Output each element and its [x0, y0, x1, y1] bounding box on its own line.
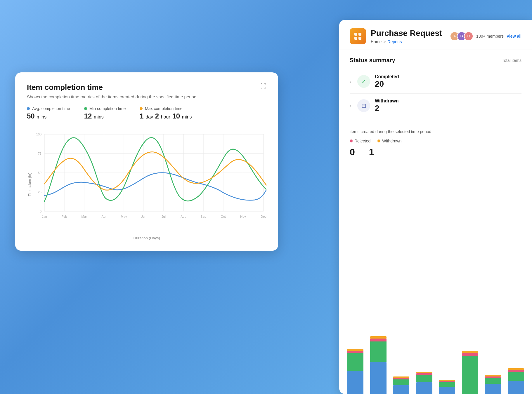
panel-header: Purchase Request Home > Reports A B C 13…: [339, 20, 532, 50]
svg-text:Jan: Jan: [42, 215, 47, 218]
svg-text:25: 25: [38, 190, 41, 194]
metric-max-legend: Max completion time: [140, 106, 192, 111]
main-card: Item completion time ⛶ Shows the complet…: [15, 72, 278, 251]
counts-row: 0 1: [350, 147, 521, 158]
chart-area: 100 75 50 25 0 Jan Feb Mar Apr May Jun J…: [27, 128, 266, 233]
min-value: 12 mins: [84, 112, 126, 120]
avatar-3: C: [464, 32, 473, 41]
svg-rect-3: [358, 37, 361, 40]
bar-chart-section: [339, 324, 532, 394]
app-icon: [350, 28, 366, 44]
breadcrumb-home[interactable]: Home: [371, 39, 382, 44]
withdrawn-count-item: 1: [369, 147, 374, 158]
completed-info: Completed 20: [375, 74, 521, 89]
completed-label: Completed: [375, 74, 521, 79]
avg-label: Avg. completion time: [32, 106, 70, 111]
status-summary-title: Status summary: [350, 57, 395, 64]
svg-text:Mar: Mar: [82, 215, 87, 218]
completed-icon: ✓: [357, 75, 370, 88]
total-items-label: Total items: [502, 58, 521, 63]
bar-group-7: [483, 375, 503, 394]
withdrawn-legend-label: Withdrawn: [382, 139, 401, 143]
chart-svg: 100 75 50 25 0 Jan Feb Mar Apr May Jun J…: [27, 128, 266, 233]
svg-rect-0: [354, 33, 357, 36]
status-row-withdrawn[interactable]: › ⊟ Withdrawn 2: [350, 94, 521, 118]
min-label: Min completion time: [89, 106, 126, 111]
breadcrumb: Home > Reports: [371, 39, 445, 44]
metrics-row: Avg. completion time 50 mins Min complet…: [27, 106, 266, 120]
rejected-value: 0: [350, 147, 355, 158]
legend-rejected: Rejected: [350, 139, 370, 143]
svg-text:Jun: Jun: [141, 215, 146, 218]
members-section: A B C 130+ members View all: [450, 32, 521, 41]
rejected-count-item: 0: [350, 147, 355, 158]
svg-rect-2: [354, 37, 357, 40]
metric-min: Min completion time 12 mins: [84, 106, 126, 120]
items-legend-row: Rejected Withdrawn: [350, 139, 521, 143]
bar-group-1: [345, 349, 366, 394]
card-title: Item completion time: [27, 83, 103, 92]
metric-avg: Avg. completion time 50 mins: [27, 106, 70, 120]
svg-text:0: 0: [40, 210, 41, 213]
chevron-right-icon-2: ›: [350, 103, 351, 109]
items-created-section: items created during the selected time p…: [339, 125, 532, 162]
metric-avg-legend: Avg. completion time: [27, 106, 70, 111]
svg-text:Apr: Apr: [101, 215, 106, 218]
bar-group-8: [506, 368, 526, 394]
withdrawn-info: Withdrawn 2: [375, 98, 521, 113]
expand-icon[interactable]: ⛶: [261, 83, 266, 90]
status-row-completed[interactable]: › ✓ Completed 20: [350, 69, 521, 94]
items-created-desc: items created during the selected time p…: [350, 129, 521, 134]
breadcrumb-separator: >: [383, 39, 386, 44]
svg-text:Jul: Jul: [162, 215, 166, 218]
bar-group-4: [414, 372, 435, 394]
view-all-button[interactable]: View all: [507, 34, 521, 39]
bar-group-5: [437, 380, 458, 394]
svg-text:Aug: Aug: [181, 215, 186, 218]
svg-text:50: 50: [38, 171, 41, 175]
x-axis-label: Duration (Days): [27, 236, 266, 240]
svg-text:Dec: Dec: [261, 215, 266, 218]
legend-withdrawn: Withdrawn: [377, 139, 401, 143]
members-count: 130+ members: [476, 34, 504, 39]
bar-group-2: [368, 336, 389, 394]
svg-text:May: May: [121, 215, 127, 218]
withdrawn-dot: [377, 140, 380, 142]
chart-container: Time taken (hr): [27, 128, 266, 240]
svg-text:100: 100: [36, 133, 41, 136]
status-summary-section: Status summary Total items › ✓ Completed…: [339, 50, 532, 125]
bar-group-6: [460, 351, 481, 394]
avg-dot: [27, 107, 30, 110]
max-label: Max completion time: [145, 106, 182, 111]
member-avatars: A B C: [450, 32, 473, 41]
max-value: 1 day 2 hour 10 mins: [140, 112, 192, 120]
bar-group-3: [391, 376, 412, 394]
max-dot: [140, 107, 143, 110]
metric-min-legend: Min completion time: [84, 106, 126, 111]
svg-text:Sep: Sep: [200, 215, 206, 218]
breadcrumb-current: Reports: [388, 39, 402, 44]
avg-value: 50 mins: [27, 112, 70, 120]
card-header: Item completion time ⛶: [27, 83, 266, 92]
withdrawn-label: Withdrawn: [375, 98, 521, 104]
completed-count: 20: [375, 79, 521, 89]
metric-max: Max completion time 1 day 2 hour 10 mins: [140, 106, 192, 120]
withdrawn-value: 1: [369, 147, 374, 158]
svg-text:Nov: Nov: [240, 215, 246, 218]
card-subtitle: Shows the completion time metrics of the…: [27, 94, 266, 99]
right-panel: Purchase Request Home > Reports A B C 13…: [339, 20, 532, 394]
svg-rect-1: [358, 33, 361, 36]
chevron-right-icon: ›: [350, 79, 351, 85]
withdrawn-icon: ⊟: [357, 99, 370, 112]
svg-text:Oct: Oct: [221, 215, 226, 218]
rejected-dot: [350, 140, 353, 142]
header-title-group: Purchase Request Home > Reports: [371, 28, 445, 44]
withdrawn-count: 2: [375, 104, 521, 113]
page-title: Purchase Request: [371, 28, 445, 38]
svg-text:75: 75: [38, 152, 41, 155]
status-header: Status summary Total items: [350, 57, 521, 64]
rejected-legend-label: Rejected: [354, 139, 370, 143]
svg-text:Feb: Feb: [62, 215, 67, 218]
min-dot: [84, 107, 87, 110]
